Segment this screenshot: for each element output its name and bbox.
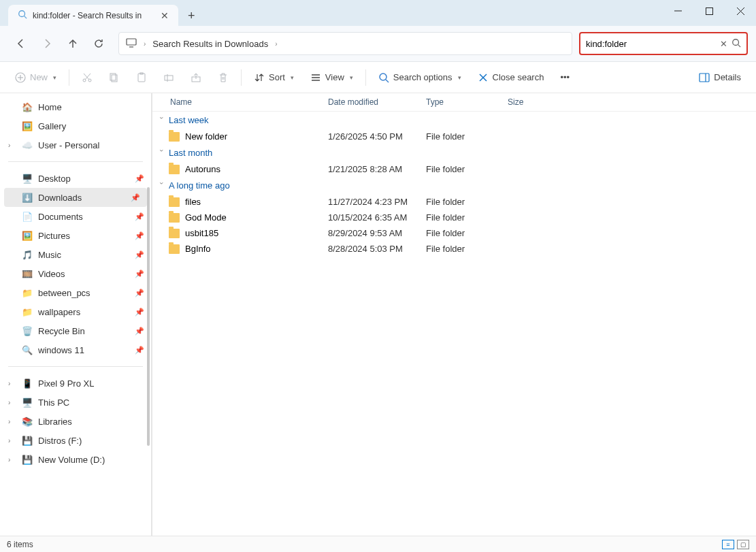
separator — [241, 69, 242, 86]
new-tab-button[interactable]: + — [188, 9, 195, 26]
device-icon: 💾 — [22, 454, 33, 465]
chevron-right-icon[interactable]: › — [8, 399, 10, 406]
folder-icon — [169, 165, 180, 174]
list-item[interactable]: God Mode10/15/2024 6:35 AMFile folder — [152, 210, 756, 225]
list-item[interactable]: BgInfo8/28/2024 5:03 PMFile folder — [152, 241, 756, 257]
home-icon: 🏠 — [22, 101, 33, 112]
svg-point-27 — [380, 74, 387, 80]
pin-icon[interactable]: 📌 — [135, 250, 144, 259]
list-item[interactable]: files11/27/2024 4:23 PMFile folder — [152, 194, 756, 210]
sidebar-item-wallpapers[interactable]: 📁wallpapers📌 — [0, 302, 151, 321]
refresh-button[interactable] — [86, 31, 112, 56]
sidebar-item-home[interactable]: 🏠Home — [0, 97, 151, 116]
sidebar-item-new-volume-d-[interactable]: ›💾New Volume (D:) — [0, 450, 151, 469]
svg-rect-3 — [706, 7, 712, 14]
status-bar: 6 items ≡ ▢ — [0, 536, 756, 552]
new-label: New — [30, 72, 48, 82]
details-view-icon[interactable]: ≡ — [722, 540, 734, 549]
sidebar-item-music[interactable]: 🎵Music📌 — [0, 245, 151, 264]
sort-button[interactable]: Sort▾ — [247, 68, 301, 87]
new-button[interactable]: New▾ — [8, 68, 63, 87]
body: 🏠Home 🖼️Gallery ›☁️User - Personal 🖥️Des… — [0, 93, 756, 536]
address-bar[interactable]: › Search Results in Downloads › — [118, 32, 572, 55]
sidebar-item-distros-f-[interactable]: ›💾Distros (F:) — [0, 431, 151, 450]
more-button[interactable]: ••• — [553, 68, 576, 86]
group-header[interactable]: ›Last month — [152, 144, 756, 161]
sidebar-item-documents[interactable]: 📄Documents📌 — [0, 207, 151, 226]
pin-icon[interactable]: 📌 — [135, 308, 144, 316]
item-type: File folder — [426, 228, 508, 238]
sidebar-item-pixel-9-pro-xl[interactable]: ›📱Pixel 9 Pro XL — [0, 374, 151, 393]
toolbar: New▾ Sort▾ View▾ Search options▾ Close s… — [0, 62, 756, 93]
maximize-button[interactable] — [693, 0, 725, 22]
search-icon[interactable] — [732, 38, 741, 50]
back-button[interactable] — [8, 31, 34, 56]
folder-icon — [169, 244, 180, 254]
minimize-button[interactable] — [662, 0, 693, 22]
sidebar-item-downloads[interactable]: ⬇️Downloads📌 — [4, 188, 147, 207]
sidebar-item-user[interactable]: ›☁️User - Personal — [0, 135, 151, 155]
view-button[interactable]: View▾ — [303, 68, 360, 87]
group-header[interactable]: ›A long time ago — [152, 177, 756, 194]
device-icon: 💾 — [22, 435, 33, 446]
group-label: Last month — [169, 148, 212, 158]
sidebar-item-recycle-bin[interactable]: 🗑️Recycle Bin📌 — [0, 321, 151, 340]
pin-icon[interactable]: 📌 — [135, 270, 144, 278]
search-box[interactable]: ✕ — [579, 32, 748, 55]
sidebar-label: Pixel 9 Pro XL — [38, 378, 94, 389]
pin-icon[interactable]: 📌 — [135, 231, 144, 240]
group-label: Last week — [169, 115, 209, 125]
sidebar-item-desktop[interactable]: 🖥️Desktop📌 — [0, 169, 151, 188]
thumbnails-view-icon[interactable]: ▢ — [737, 540, 749, 549]
chevron-right-icon[interactable]: › — [8, 418, 10, 425]
details-button[interactable]: Details — [692, 68, 748, 87]
chevron-right-icon[interactable]: › — [8, 456, 10, 464]
pin-icon[interactable]: 📌 — [131, 193, 140, 202]
search-options-label: Search options — [393, 72, 453, 82]
close-window-button[interactable] — [725, 0, 756, 22]
col-size[interactable]: Size — [508, 97, 555, 107]
list-item[interactable]: usbit1858/29/2024 9:53 AMFile folder — [152, 225, 756, 241]
chevron-right-icon[interactable]: › — [8, 380, 10, 387]
col-date[interactable]: Date modified — [328, 97, 426, 107]
sidebar-label: Libraries — [38, 417, 72, 427]
list-item[interactable]: Autoruns1/21/2025 8:28 AMFile folder — [152, 161, 756, 177]
pin-icon[interactable]: 📌 — [135, 327, 144, 336]
item-type: File folder — [426, 244, 508, 254]
item-date: 8/28/2024 5:03 PM — [328, 244, 426, 254]
scrollbar-thumb[interactable] — [147, 187, 150, 446]
chevron-right-icon[interactable]: › — [8, 142, 10, 149]
item-type: File folder — [426, 212, 508, 223]
sidebar-label: wallpapers — [38, 307, 80, 317]
sidebar-item-between_pcs[interactable]: 📁between_pcs📌 — [0, 283, 151, 302]
sidebar-item-this-pc[interactable]: ›🖥️This PC — [0, 393, 151, 412]
column-headers: Name Date modified Type Size — [152, 93, 756, 112]
sidebar-item-libraries[interactable]: ›📚Libraries — [0, 412, 151, 431]
item-date: 1/21/2025 8:28 AM — [328, 164, 426, 174]
pin-icon[interactable]: 📌 — [135, 174, 144, 183]
list-item[interactable]: New folder1/26/2025 4:50 PMFile folder — [152, 129, 756, 144]
sidebar-item-pictures[interactable]: 🖼️Pictures📌 — [0, 226, 151, 245]
pin-icon[interactable]: 📌 — [135, 289, 144, 297]
forward-button[interactable] — [34, 31, 60, 56]
close-search-button[interactable]: Close search — [471, 68, 551, 87]
col-type[interactable]: Type — [426, 97, 508, 107]
item-name: New folder — [185, 131, 227, 142]
pin-icon[interactable]: 📌 — [135, 346, 144, 355]
separator — [8, 366, 143, 367]
up-button[interactable] — [60, 31, 86, 56]
chevron-right-icon[interactable]: › — [8, 437, 10, 444]
search-input[interactable] — [586, 39, 716, 49]
group-label: A long time ago — [169, 180, 230, 191]
pin-icon[interactable]: 📌 — [135, 212, 144, 221]
cloud-icon: ☁️ — [22, 140, 33, 150]
group-header[interactable]: ›Last week — [152, 112, 756, 129]
col-name[interactable]: Name — [152, 97, 328, 107]
sidebar-item-windows-11[interactable]: 🔍windows 11📌 — [0, 340, 151, 359]
tab-active[interactable]: kind:folder - Search Results in ✕ — [8, 5, 178, 26]
search-options-button[interactable]: Search options▾ — [372, 68, 468, 87]
clear-search-icon[interactable]: ✕ — [720, 39, 727, 49]
sidebar-item-videos[interactable]: 🎞️Videos📌 — [0, 264, 151, 283]
close-icon[interactable]: ✕ — [161, 10, 169, 21]
sidebar-item-gallery[interactable]: 🖼️Gallery — [0, 116, 151, 135]
